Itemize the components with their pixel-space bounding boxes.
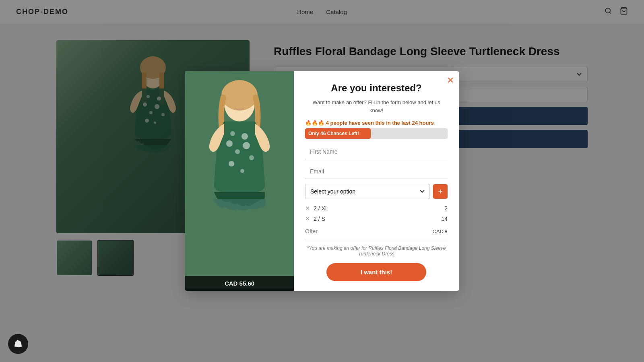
- variant-select[interactable]: Select your option S M L XL 2XL: [305, 184, 430, 199]
- modal: CAD 55.60 ✕ Are you interested? Want to …: [185, 71, 459, 291]
- modal-progress-bar: Only 46 Chances Left!: [305, 128, 448, 139]
- offer-note: *You are making an offer for Ruffles Flo…: [305, 245, 448, 257]
- variant-2-qty: 14: [441, 216, 448, 222]
- first-name-input[interactable]: [305, 144, 448, 159]
- modal-close-button[interactable]: ✕: [447, 76, 454, 85]
- currency-label: CAD: [433, 228, 444, 234]
- email-input[interactable]: [305, 164, 448, 179]
- svg-point-23: [240, 169, 244, 173]
- modal-alert: 🔥🔥🔥 4 people have seen this in the last …: [305, 120, 448, 126]
- svg-point-24: [230, 131, 235, 136]
- svg-point-18: [226, 140, 233, 147]
- modal-overlay[interactable]: CAD 55.60 ✕ Are you interested? Want to …: [0, 0, 644, 292]
- currency-chevron-icon: ▾: [445, 228, 448, 234]
- remove-variant-1-button[interactable]: ✕: [305, 205, 310, 212]
- svg-point-19: [235, 149, 240, 154]
- progress-label: Only 46 Chances Left!: [308, 131, 359, 136]
- svg-point-17: [221, 80, 258, 111]
- variant-select-row: Select your option S M L XL 2XL +: [305, 184, 448, 199]
- variant-2-name: 2 / S: [314, 216, 441, 222]
- modal-body: ✕ Are you interested? Want to make an of…: [294, 71, 459, 291]
- svg-point-21: [249, 155, 254, 160]
- variant-1-name: 2 / XL: [314, 205, 444, 212]
- svg-point-20: [243, 142, 250, 149]
- variant-row-1: ✕ 2 / XL 2: [305, 205, 448, 212]
- alert-emojis: 🔥🔥🔥: [305, 120, 324, 126]
- remove-variant-2-button[interactable]: ✕: [305, 215, 310, 222]
- alert-text: 4 people have seen this in the last 24 h…: [326, 120, 434, 126]
- variant-1-qty: 2: [444, 205, 448, 212]
- modal-product-image: CAD 55.60: [185, 71, 294, 291]
- add-variant-button[interactable]: +: [433, 184, 448, 199]
- svg-point-22: [229, 161, 234, 167]
- svg-point-25: [242, 133, 248, 140]
- offer-row: CAD ▾: [305, 226, 448, 241]
- modal-price: CAD 55.60: [185, 276, 294, 291]
- currency-selector[interactable]: CAD ▾: [433, 228, 448, 234]
- offer-input[interactable]: [305, 226, 433, 237]
- variant-row-2: ✕ 2 / S 14: [305, 215, 448, 222]
- modal-title: Are you interested?: [305, 82, 448, 94]
- submit-offer-button[interactable]: I want this!: [326, 263, 426, 281]
- modal-subtitle: Want to make an offer? Fill in the form …: [305, 99, 448, 114]
